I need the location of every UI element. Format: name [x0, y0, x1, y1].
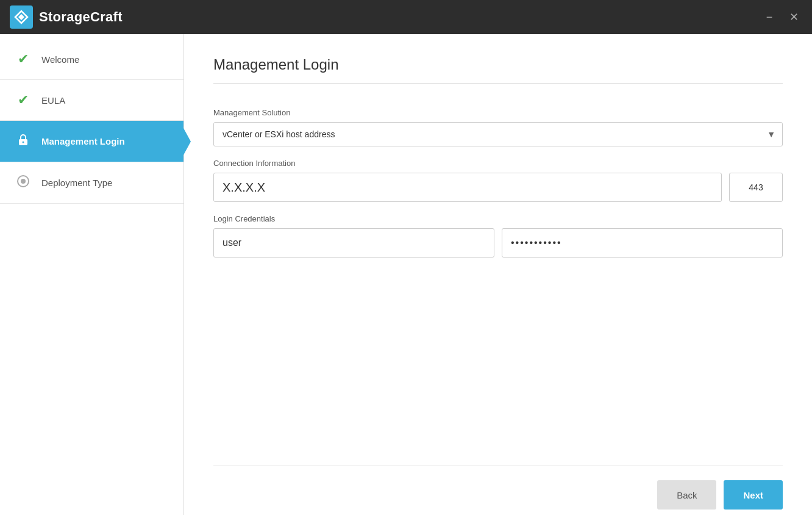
- app-name: StorageCraft: [39, 9, 123, 25]
- svg-point-2: [23, 142, 24, 143]
- connection-information-label: Connection Information: [213, 159, 783, 168]
- username-input[interactable]: [213, 228, 494, 258]
- close-button[interactable]: ✕: [785, 9, 802, 26]
- svg-point-4: [21, 179, 26, 184]
- back-button[interactable]: Back: [657, 480, 716, 510]
- radio-icon: [15, 175, 32, 191]
- sidebar-label-deployment-type: Deployment Type: [41, 178, 112, 188]
- sidebar-label-eula: EULA: [41, 95, 65, 106]
- storagecraft-logo-icon: [10, 5, 33, 29]
- sidebar-label-welcome: Welcome: [41, 54, 79, 65]
- port-input[interactable]: [729, 173, 783, 202]
- page-title: Management Login: [213, 56, 783, 84]
- sidebar-item-eula[interactable]: ✔ EULA: [0, 80, 183, 121]
- lock-icon: [15, 133, 32, 149]
- sidebar-label-management-login: Management Login: [41, 136, 125, 146]
- window-controls: − ✕: [761, 9, 802, 26]
- minimize-button[interactable]: −: [761, 9, 778, 26]
- next-button[interactable]: Next: [724, 480, 783, 510]
- sidebar: ✔ Welcome ✔ EULA Management Login: [0, 34, 184, 515]
- main-container: ✔ Welcome ✔ EULA Management Login: [0, 34, 812, 515]
- app-logo: StorageCraft: [10, 5, 123, 29]
- title-bar: StorageCraft − ✕: [0, 0, 812, 34]
- sidebar-item-management-login[interactable]: Management Login: [0, 121, 183, 162]
- management-solution-select[interactable]: vCenter or ESXi host address: [213, 122, 783, 146]
- management-solution-dropdown-wrapper: vCenter or ESXi host address ▼: [213, 122, 783, 146]
- sidebar-item-welcome[interactable]: ✔ Welcome: [0, 39, 183, 80]
- connection-row: [213, 173, 783, 202]
- credentials-row: [213, 228, 783, 258]
- sidebar-item-deployment-type[interactable]: Deployment Type: [0, 162, 183, 204]
- host-input[interactable]: [213, 173, 722, 202]
- check-icon-eula: ✔: [15, 92, 32, 108]
- management-solution-label: Management Solution: [213, 108, 783, 117]
- password-input[interactable]: [502, 228, 783, 258]
- check-icon-welcome: ✔: [15, 51, 32, 67]
- login-credentials-label: Login Credentials: [213, 214, 783, 223]
- content-area: Management Login Management Solution vCe…: [184, 34, 812, 515]
- bottom-bar: Back Next: [213, 465, 783, 510]
